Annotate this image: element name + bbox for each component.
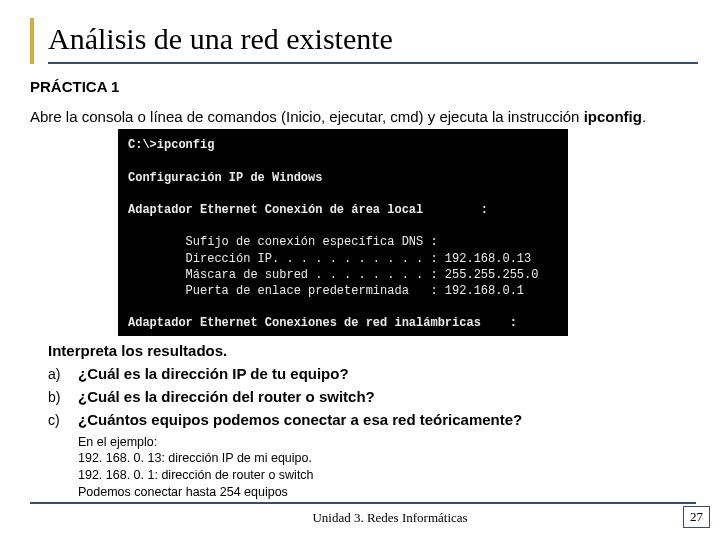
- page-number: 27: [683, 506, 710, 528]
- interpret-heading: Interpreta los resultados.: [48, 342, 698, 359]
- console-screenshot: C:\>ipconfig Configuración IP de Windows…: [118, 129, 568, 335]
- example-line2: 192. 168. 0. 13: dirección IP de mi equi…: [78, 450, 698, 467]
- console-adapter2: Adaptador Ethernet Conexiones de red ina…: [128, 316, 517, 330]
- example-line1: En el ejemplo:: [78, 434, 698, 451]
- intro-text: Abre la consola o línea de comandos (Ini…: [30, 107, 698, 127]
- console-ip: Dirección IP. . . . . . . . . . . : 192.…: [128, 252, 531, 266]
- footer-text: Unidad 3. Redes Informáticas: [30, 510, 720, 526]
- console-adapter1: Adaptador Ethernet Conexión de área loca…: [128, 203, 488, 217]
- question-a: a) ¿Cuál es la dirección IP de tu equipo…: [48, 365, 698, 382]
- example-line4: Podemos conectar hasta 254 equipos: [78, 484, 698, 501]
- console-header: Configuración IP de Windows: [128, 171, 322, 185]
- intro-part2: .: [642, 108, 646, 125]
- question-b-text: ¿Cuál es la dirección del router o switc…: [78, 388, 375, 405]
- question-c-text: ¿Cuántos equipos podemos conectar a esa …: [78, 411, 522, 428]
- question-b-label: b): [48, 389, 78, 405]
- slide: Análisis de una red existente PRÁCTICA 1…: [0, 0, 720, 540]
- example-line3: 192. 168. 0. 1: dirección de router o sw…: [78, 467, 698, 484]
- footer-divider: [30, 502, 696, 504]
- title-accent: Análisis de una red existente: [30, 18, 698, 64]
- console-prompt: C:\>ipconfig: [128, 138, 214, 152]
- practice-label: PRÁCTICA 1: [30, 78, 698, 95]
- intro-command: ipconfig: [584, 108, 642, 125]
- slide-title: Análisis de una red existente: [48, 18, 698, 64]
- console-mask: Máscara de subred . . . . . . . . : 255.…: [128, 268, 538, 282]
- console-gw: Puerta de enlace predeterminada : 192.16…: [128, 284, 524, 298]
- console-dns: Sufijo de conexión específica DNS :: [128, 235, 438, 249]
- question-b: b) ¿Cuál es la dirección del router o sw…: [48, 388, 698, 405]
- example-block: En el ejemplo: 192. 168. 0. 13: direcció…: [78, 434, 698, 502]
- intro-part1: Abre la consola o línea de comandos (Ini…: [30, 108, 584, 125]
- question-a-label: a): [48, 366, 78, 382]
- question-list: a) ¿Cuál es la dirección IP de tu equipo…: [48, 365, 698, 428]
- question-c: c) ¿Cuántos equipos podemos conectar a e…: [48, 411, 698, 428]
- question-a-text: ¿Cuál es la dirección IP de tu equipo?: [78, 365, 349, 382]
- question-c-label: c): [48, 412, 78, 428]
